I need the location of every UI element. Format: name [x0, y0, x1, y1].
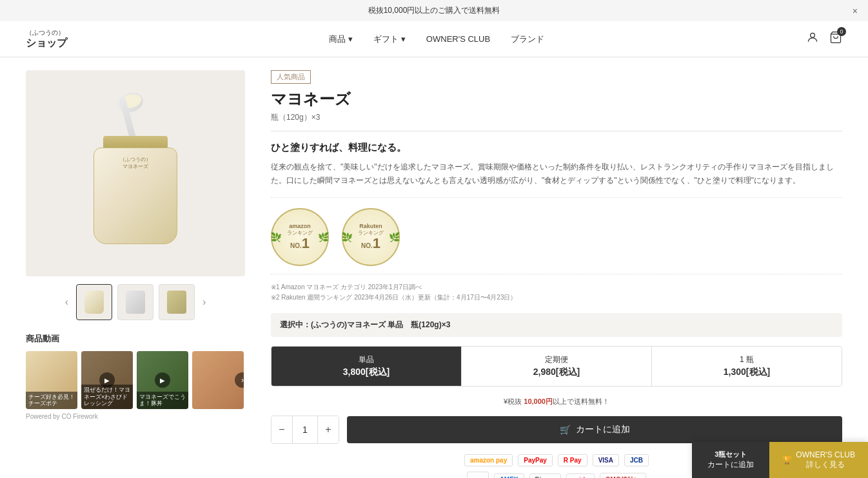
payment-mastercard: ● ●	[467, 472, 488, 478]
payment-paidy: paidy	[566, 473, 595, 478]
nav-item-gifts[interactable]: ギフト ▾	[373, 33, 406, 45]
purchase-option-one-bottle[interactable]: 1 瓶 1,300[税込]	[652, 347, 842, 386]
nav-item-brand[interactable]: ブランド	[511, 33, 544, 45]
jar-body: （ふつうの）マヨネーズ	[94, 148, 177, 244]
nav-item-owners-club[interactable]: OWNER'S CLUB	[426, 34, 490, 44]
thumbnail-2[interactable]	[159, 284, 195, 320]
thumbnail-nav: ‹ ›	[26, 284, 245, 320]
video-grid: チーズ好き必見！チーズポテ ▶ 混ぜるだけ！マヨネーズ×わさびドレッシング ▶ …	[26, 351, 245, 409]
sticky-club-button[interactable]: 🏆 OWNER'S CLUB 詳しく見る	[769, 442, 868, 478]
product-image-section: （ふつうの）マヨネーズ ‹ › 商品動画 チーズ好き必見	[26, 70, 245, 478]
product-videos-section: 商品動画 チーズ好き必見！チーズポテ ▶ 混ぜるだけ！マヨネーズ×わさびドレッシ…	[26, 333, 245, 420]
product-details: 人気商品 マヨネーズ 瓶（120g）×3 ひと塗りすれば、料理になる。 従来の観…	[271, 70, 842, 478]
play-icon-2: ▶	[155, 372, 170, 388]
trophy-icon: 🏆	[782, 455, 792, 464]
product-description: 従来の観点を捨て、"美味しい"だけを追求したマヨネーズ。賞味期限や価格といった制…	[271, 160, 842, 198]
banner-close[interactable]: ×	[853, 6, 858, 16]
ranking-footnote: ※1 Amazon マヨネーズ カテゴリ 2023年1月7日調べ ※2 Raku…	[271, 282, 842, 303]
thumbnail-0[interactable]	[76, 284, 112, 320]
logo-large: ショップ	[26, 37, 67, 48]
leaf-left-rakuten: 🌿	[342, 232, 353, 242]
video-thumb-3[interactable]: ›	[192, 351, 244, 409]
main-nav: 商品 ▾ ギフト ▾ OWNER'S CLUB ブランド	[329, 33, 544, 45]
leaf-right-amazon: 🌿	[318, 232, 329, 242]
variant-selector-bar: 選択中：(ふつうの)マヨネーズ 単品 瓶(120g)×3	[271, 313, 842, 337]
video-caption-0: チーズ好き必見！チーズポテ	[26, 392, 77, 410]
thumb-prev-arrow[interactable]: ‹	[63, 294, 71, 311]
main-product-image: （ふつうの）マヨネーズ	[26, 70, 245, 276]
add-to-cart-row: − 1 + 🛒 カートに追加	[271, 416, 842, 444]
sticky-cta: 3瓶セット カートに追加 🏆 OWNER'S CLUB 詳しく見る	[692, 442, 868, 478]
sticky-set-action: カートに追加	[705, 459, 756, 470]
payment-rpay: R Pay	[558, 454, 587, 466]
jar-lid	[103, 136, 168, 149]
cart-icon-inline: 🛒	[560, 425, 571, 435]
product-tagline: ひと塗りすれば、料理になる。	[271, 142, 842, 154]
logo-small: （ふつうの）	[26, 29, 67, 37]
powered-by: Powered by CO Firework	[26, 413, 245, 420]
leaf-right-rakuten: 🌿	[389, 232, 400, 242]
chevron-down-icon: ▾	[401, 34, 406, 44]
video-thumb-0[interactable]: チーズ好き必見！チーズポテ	[26, 351, 77, 409]
payment-diners: Diners	[529, 473, 561, 478]
purchase-option-single[interactable]: 単品 3,800[税込]	[271, 347, 462, 386]
account-icon[interactable]	[806, 31, 819, 47]
purchase-options: 単品 3,800[税込] 定期便 2,980[税込] 1 瓶 1,300[税込]	[271, 346, 842, 387]
svg-point-0	[811, 33, 815, 37]
video-next-arrow[interactable]: ›	[235, 372, 244, 388]
logo[interactable]: （ふつうの） ショップ	[26, 29, 67, 49]
header-icons: 0	[806, 31, 842, 47]
video-thumb-1[interactable]: ▶ 混ぜるだけ！マヨネーズ×わさびドレッシング	[81, 351, 133, 409]
banner-text: 税抜10,000円以上のご購入で送料無料	[368, 6, 500, 15]
top-banner: 税抜10,000円以上のご購入で送料無料 ×	[0, 0, 868, 21]
ranking-amazon: 🌿 amazon ランキング NO.1 🌿	[271, 208, 329, 266]
payment-gmo: GMO後払い	[600, 473, 646, 478]
thumb-next-arrow[interactable]: ›	[200, 294, 208, 311]
video-caption-1: 混ぜるだけ！マヨネーズ×わさびドレッシング	[81, 385, 133, 409]
ranking-badges: 🌿 amazon ランキング NO.1 🌿 🌿 Rakuten ランキング NO…	[271, 208, 842, 274]
purchase-option-subscription[interactable]: 定期便 2,980[税込]	[462, 347, 652, 386]
add-to-cart-button[interactable]: 🛒 カートに追加	[347, 416, 842, 443]
payment-amex: AMEX	[494, 473, 524, 478]
quantity-value: 1	[292, 416, 318, 443]
cart-icon[interactable]: 0	[829, 31, 842, 47]
video-thumb-2[interactable]: ▶ マヨネーズでこうま！豚丼	[137, 351, 188, 409]
quantity-increase[interactable]: +	[318, 416, 339, 443]
sticky-set-label: 3瓶セット	[705, 450, 756, 459]
chevron-down-icon: ▾	[348, 34, 353, 44]
payment-paypay: PayPay	[518, 454, 553, 466]
payment-amazon-pay: amazon pay	[464, 454, 513, 466]
product-videos-title: 商品動画	[26, 333, 245, 345]
sticky-set-button[interactable]: 3瓶セット カートに追加	[692, 442, 769, 478]
video-caption-2: マヨネーズでこうま！豚丼	[137, 392, 188, 410]
sticky-club-label: OWNER'S CLUB	[796, 450, 855, 459]
free-shipping-notice: ¥税抜 10,000円以上で送料無料！	[271, 397, 842, 406]
payment-jcb: JCB	[624, 454, 649, 466]
header: （ふつうの） ショップ 商品 ▾ ギフト ▾ OWNER'S CLUB ブランド	[0, 21, 868, 57]
jar-illustration: （ふつうの）マヨネーズ	[71, 90, 200, 257]
payment-visa: VISA	[593, 454, 619, 466]
nav-item-products[interactable]: 商品 ▾	[329, 33, 353, 45]
ranking-rakuten: 🌿 Rakuten ランキング NO.1 🌿	[342, 208, 400, 266]
leaf-left-amazon: 🌿	[271, 232, 282, 242]
quantity-decrease[interactable]: −	[271, 416, 292, 443]
thumbnail-1[interactable]	[117, 284, 153, 320]
main-content: （ふつうの）マヨネーズ ‹ › 商品動画 チーズ好き必見	[0, 57, 868, 478]
product-title: マヨネーズ	[271, 89, 842, 110]
quantity-control: − 1 +	[271, 416, 339, 444]
sticky-club-action: 詳しく見る	[796, 459, 855, 470]
product-badge: 人気商品	[271, 70, 311, 84]
product-subtitle: 瓶（120g）×3	[271, 112, 842, 131]
cart-count: 0	[837, 27, 846, 36]
